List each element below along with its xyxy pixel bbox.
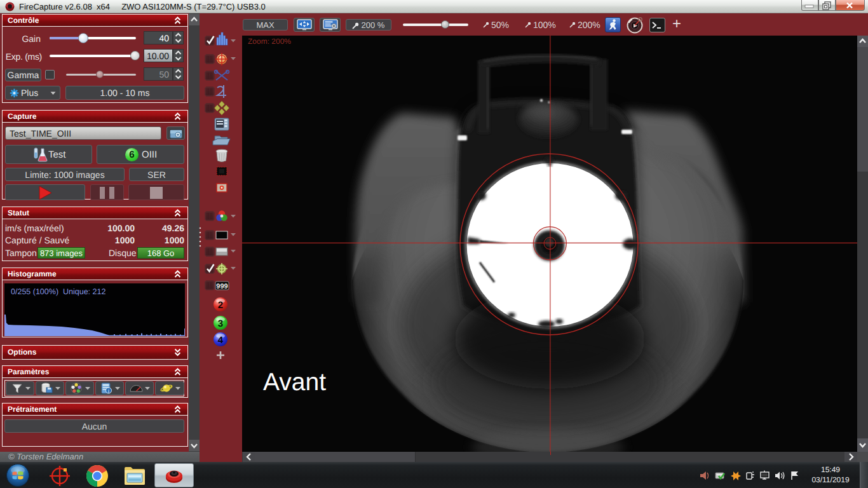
svg-text:2: 2 (218, 300, 223, 311)
svg-text:4: 4 (218, 335, 224, 346)
svg-text:i: i (108, 388, 109, 394)
svg-text:999: 999 (216, 283, 227, 290)
svg-text:Zoom: 200%: Zoom: 200% (248, 37, 291, 46)
svg-text:3: 3 (218, 318, 223, 329)
svg-text:Avant: Avant (263, 369, 326, 396)
